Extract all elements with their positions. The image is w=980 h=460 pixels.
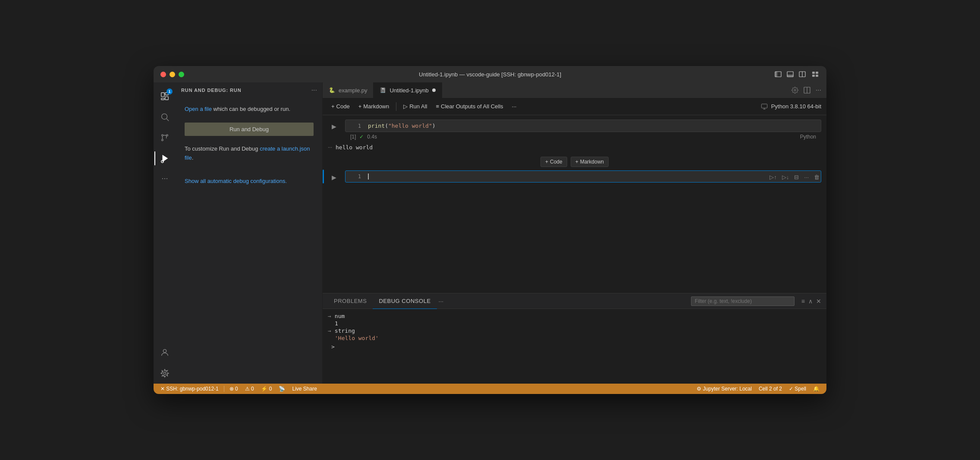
python-version-selector[interactable]: Python 3.8.10 64-bit xyxy=(771,103,821,110)
clear-outputs-icon: ≡ xyxy=(436,103,439,110)
notebook-toolbar: + Code + Markdown ▷ Run All ≡ Clear Outp… xyxy=(323,98,826,115)
svg-rect-13 xyxy=(161,98,164,100)
editor-area: 🐍 example.py 📓 Untitled-1.ipynb ··· + xyxy=(323,82,826,384)
status-live-share[interactable]: Live Share xyxy=(290,386,318,392)
clear-outputs-label: Clear Outputs of All Cells xyxy=(441,103,503,110)
cell-2-code[interactable]: 1 xyxy=(345,170,821,183)
status-spell[interactable]: ✓ Spell xyxy=(787,386,808,392)
run-all-icon: ▷ xyxy=(403,103,408,110)
split-editor-icon[interactable] xyxy=(799,71,806,78)
editor-more-btn[interactable]: ··· xyxy=(816,86,821,94)
console-value-num: 1 xyxy=(328,320,821,327)
panel-toggle-icon[interactable] xyxy=(787,71,794,78)
add-markdown-cell-label: Markdown xyxy=(580,159,604,165)
svg-point-23 xyxy=(794,89,796,91)
status-errors[interactable]: ⊗ 0 xyxy=(228,386,240,392)
ports-label: 0 xyxy=(269,386,272,392)
cell-1-code[interactable]: 1 print("hello world") xyxy=(345,120,821,132)
add-code-cell-icon: + xyxy=(545,159,548,165)
add-markdown-label: Markdown xyxy=(363,103,389,110)
close-button[interactable] xyxy=(160,72,166,77)
open-file-description: Open a file which can be debugged or run… xyxy=(185,105,314,114)
status-cell-position[interactable]: Cell 2 of 2 xyxy=(757,386,784,392)
sidebar-item-run-debug[interactable] xyxy=(154,148,175,169)
clear-console-icon[interactable]: ≡ xyxy=(801,298,805,305)
sidebar-item-more[interactable]: ··· xyxy=(161,174,168,183)
cell-1-container: ▶ 1 print("hello world") [1] ✓ 0.4s xyxy=(323,119,826,142)
add-markdown-button[interactable]: + Markdown xyxy=(355,101,393,111)
cell-split-icon[interactable]: ⊟ xyxy=(792,173,801,181)
add-markdown-cell-button[interactable]: + Markdown xyxy=(571,157,609,167)
activity-bar: 1 ··· xyxy=(154,82,176,384)
tab-debug-console[interactable]: DEBUG CONSOLE xyxy=(373,293,437,309)
status-bar-right: ⚙ Jupyter Server: Local Cell 2 of 2 ✓ Sp… xyxy=(695,386,821,392)
svg-point-14 xyxy=(162,114,167,120)
sidebar-item-settings[interactable] xyxy=(154,363,175,384)
ssh-label: ✕ SSH: gbnwp-pod012-1 xyxy=(160,386,219,392)
show-debug-configs-link[interactable]: Show all automatic debug configurations. xyxy=(185,178,287,184)
console-line-string: → string xyxy=(328,327,821,334)
svg-rect-9 xyxy=(816,75,818,77)
status-bar: ✕ SSH: gbnwp-pod012-1 ⊗ 0 ⚠ 0 ⚡ 0 📡 Live… xyxy=(154,384,826,394)
run-all-label: Run All xyxy=(409,103,427,110)
clear-outputs-button[interactable]: ≡ Clear Outputs of All Cells xyxy=(432,101,506,111)
main-content: 1 ··· RUN AND DEBUG: RUN xyxy=(154,82,826,384)
cell-run-above-icon[interactable]: ▷↑ xyxy=(768,173,779,181)
sidebar-title: RUN AND DEBUG: RUN xyxy=(181,88,241,93)
sidebar-header: RUN AND DEBUG: RUN ··· xyxy=(176,82,322,98)
cell-1-output: ··· hello world xyxy=(323,142,826,154)
split-editor-right-icon[interactable] xyxy=(804,87,810,94)
status-broadcast[interactable]: 📡 xyxy=(277,386,287,392)
bell-icon: 🔔 xyxy=(813,386,820,392)
sidebar-item-accounts[interactable] xyxy=(154,342,175,363)
layout-icon[interactable] xyxy=(811,71,820,78)
add-code-cell-label: Code xyxy=(550,159,562,165)
maximize-button[interactable] xyxy=(179,72,184,77)
cell-run-below-icon[interactable]: ▷↓ xyxy=(780,173,791,181)
settings-icon[interactable] xyxy=(792,87,798,94)
traffic-lights xyxy=(160,72,184,77)
status-jupyter-server[interactable]: ⚙ Jupyter Server: Local xyxy=(695,386,754,392)
add-code-label: Code xyxy=(336,103,350,110)
panel-tabs-more-button[interactable]: ··· xyxy=(439,298,444,305)
status-warnings[interactable]: ⚠ 0 xyxy=(243,386,256,392)
run-debug-button[interactable]: Run and Debug xyxy=(185,123,314,136)
toolbar-more-button[interactable]: ··· xyxy=(509,101,520,111)
status-notifications[interactable]: 🔔 xyxy=(811,386,821,392)
sidebar-item-explorer[interactable]: 1 xyxy=(154,86,175,107)
status-ssh[interactable]: ✕ SSH: gbnwp-pod012-1 xyxy=(159,386,220,392)
cell-2-body: 1 xyxy=(345,170,821,183)
cell-1-line-1: 1 print("hello world") xyxy=(346,120,821,132)
maximize-panel-icon[interactable]: ∧ xyxy=(808,298,813,305)
add-markdown-cell-icon: + xyxy=(575,159,578,165)
tab-problems[interactable]: PROBLEMS xyxy=(328,293,373,309)
close-panel-icon[interactable]: ✕ xyxy=(816,298,821,305)
sidebar-item-source-control[interactable] xyxy=(154,127,175,148)
minimize-button[interactable] xyxy=(170,72,175,77)
tab-untitled-ipynb[interactable]: 📓 Untitled-1.ipynb xyxy=(374,82,442,98)
add-code-cell-button[interactable]: + Code xyxy=(540,157,567,167)
svg-rect-12 xyxy=(165,97,168,100)
vscode-window: Untitled-1.ipynb — vscode-guide [SSH: gb… xyxy=(154,66,826,394)
open-file-link[interactable]: Open a file xyxy=(185,106,212,112)
tab-bar-right-actions: ··· xyxy=(792,86,826,94)
svg-rect-8 xyxy=(812,75,815,77)
sidebar-more-btn[interactable]: ··· xyxy=(311,86,317,94)
sidebar-toggle-icon[interactable] xyxy=(775,71,782,78)
cell-position-label: Cell 2 of 2 xyxy=(759,386,782,392)
run-all-button[interactable]: ▷ Run All xyxy=(400,101,430,111)
tab-example-py[interactable]: 🐍 example.py xyxy=(323,82,374,98)
svg-point-22 xyxy=(163,372,166,375)
cell-1-run-button[interactable]: ▶ xyxy=(332,123,336,130)
sidebar-item-search[interactable] xyxy=(154,107,175,127)
add-code-button[interactable]: + Code xyxy=(328,101,353,111)
prompt-symbol: > xyxy=(331,343,335,350)
cell-2-run-button[interactable]: ▶ xyxy=(332,174,336,181)
cell-delete-icon[interactable]: 🗑 xyxy=(812,173,821,181)
console-prompt[interactable]: > xyxy=(328,342,821,352)
add-cell-row: + Code + Markdown xyxy=(323,154,826,170)
status-sep-1 xyxy=(224,386,224,392)
cell-more-icon[interactable]: ··· xyxy=(802,173,810,181)
status-ports[interactable]: ⚡ 0 xyxy=(259,386,274,392)
filter-input[interactable] xyxy=(691,296,795,306)
